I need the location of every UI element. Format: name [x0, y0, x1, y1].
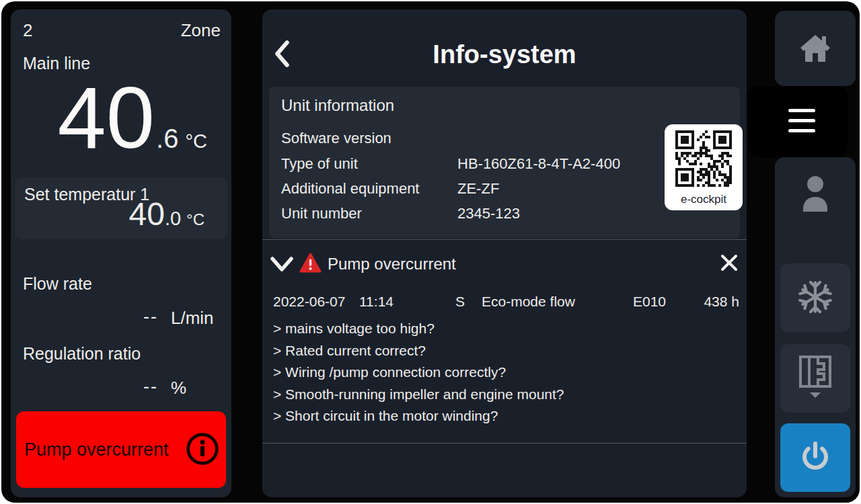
- power-icon: [797, 439, 833, 477]
- info-icon: [186, 432, 219, 468]
- alarm-button-label: Pump overcurrent: [24, 439, 169, 460]
- zone-header: 2 Zone: [23, 20, 221, 41]
- cooling-button[interactable]: [780, 263, 850, 332]
- qr-code-card: e-cockpit: [666, 126, 741, 209]
- close-icon: [720, 264, 739, 274]
- unit-information-title: Unit information: [281, 96, 394, 115]
- set-temperature-box[interactable]: Set temperatur 1 40 .0 °C: [15, 177, 227, 239]
- zone-number: 2: [23, 20, 32, 41]
- chevron-down-icon: [270, 264, 293, 274]
- device-screen: 2 Zone Main line 40 .6 °C Set temperatur…: [1, 1, 860, 503]
- alarm-mode: Eco-mode flow: [482, 294, 575, 310]
- alarm-title: Pump overcurrent: [328, 255, 456, 274]
- checklist-item: > Smooth-running impeller and engine mou…: [273, 384, 737, 406]
- checklist-item: > mains voltage too high?: [273, 318, 737, 340]
- flow-rate-unit: L/min: [171, 308, 214, 329]
- warning-icon: [299, 253, 322, 276]
- qr-code: [675, 130, 732, 187]
- qr-code-label: e-cockpit: [666, 193, 741, 206]
- active-menu-tab: [748, 86, 848, 157]
- alarm-time: 11:14: [359, 294, 394, 310]
- checklist-item: > Wiring /pump connection correctly?: [273, 362, 737, 384]
- set-temp-integer: 40: [128, 196, 164, 233]
- info-system-panel: Info-system Unit information Software ve…: [262, 9, 747, 497]
- alarm-class: S: [455, 294, 465, 310]
- zone-label: Zone: [181, 20, 221, 41]
- main-line-temperature: 40 .6 °C: [57, 74, 207, 161]
- checklist-item: > Short circuit in the motor winding?: [273, 405, 737, 427]
- sidebar-bottom-segment: [775, 157, 856, 497]
- alarm-entry-header: Pump overcurrent: [262, 251, 747, 278]
- menu-button[interactable]: [748, 86, 848, 157]
- set-temperature-value: 40 .0 °C: [128, 196, 204, 233]
- alarm-button[interactable]: Pump overcurrent: [16, 411, 226, 488]
- regulation-ratio-value: --: [143, 376, 158, 397]
- close-button[interactable]: [718, 253, 740, 274]
- flow-rate-value: --: [143, 306, 158, 327]
- set-temp-decimal: .0: [165, 208, 181, 230]
- collapse-button[interactable]: [269, 255, 295, 274]
- user-button[interactable]: [775, 173, 856, 215]
- snowflake-icon: [796, 278, 834, 318]
- unit-information-box: Unit information Software version Type o…: [269, 87, 740, 239]
- zone-panel: 2 Zone Main line 40 .6 °C Set temperatur…: [11, 9, 231, 497]
- page-title: Info-system: [262, 40, 747, 69]
- alarm-checklist: > mains voltage too high? > Rated curren…: [273, 318, 737, 427]
- regulation-ratio-label: Regulation ratio: [23, 344, 141, 364]
- main-temp-integer: 40: [57, 74, 155, 161]
- alarm-operating-hours: 438 h: [704, 294, 739, 310]
- home-button[interactable]: [775, 28, 856, 70]
- main-temp-unit: °C: [185, 130, 207, 153]
- set-temp-unit: °C: [186, 210, 204, 229]
- user-icon: [800, 174, 831, 215]
- alarm-date: 2022-06-07: [273, 294, 345, 310]
- separator: [262, 443, 747, 444]
- home-icon: [799, 34, 831, 65]
- checklist-item: > Rated current correct?: [273, 340, 737, 362]
- power-button[interactable]: [780, 423, 850, 492]
- alarm-error-code: E010: [633, 294, 666, 310]
- alarm-meta-row: 2022-06-07 11:14 S Eco-mode flow E010 43…: [262, 294, 747, 311]
- regulation-ratio-unit: %: [171, 378, 186, 398]
- main-temp-decimal: .6: [156, 124, 178, 154]
- flow-rate-label: Flow rate: [23, 274, 92, 294]
- separator: [262, 239, 747, 240]
- mold-button[interactable]: [780, 344, 850, 413]
- mold-icon: [798, 355, 833, 403]
- sidebar-top-segment: [775, 11, 856, 86]
